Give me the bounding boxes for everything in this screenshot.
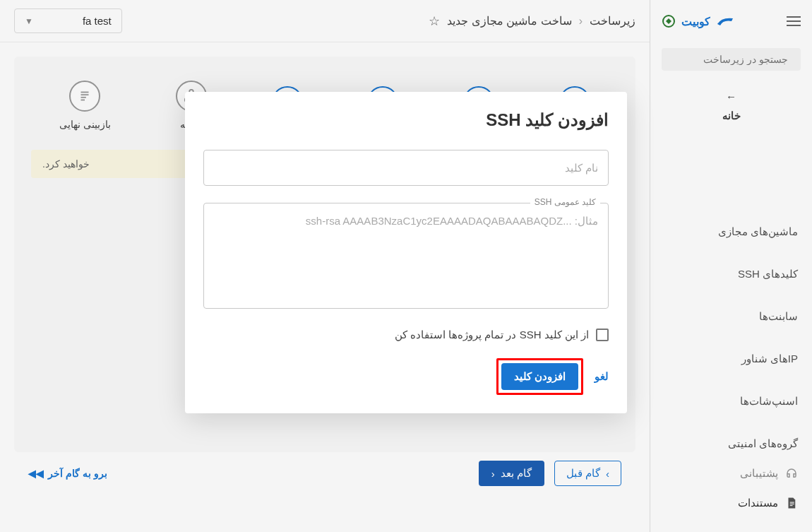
- reuse-label: از این کلید SSH در تمام پروژه‌ها استفاده…: [395, 329, 589, 341]
- public-key-textarea[interactable]: [203, 203, 609, 309]
- add-key-button[interactable]: افزودن کلید: [501, 363, 578, 390]
- key-name-input[interactable]: [203, 150, 609, 186]
- reuse-checkbox[interactable]: [596, 329, 609, 341]
- reuse-checkbox-row[interactable]: از این کلید SSH در تمام پروژه‌ها استفاده…: [203, 329, 609, 341]
- modal-actions: لغو افزودن کلید: [203, 358, 609, 395]
- modal-overlay[interactable]: افزودن کلید SSH کلید عمومی SSH از این کل…: [0, 0, 812, 532]
- public-key-field: کلید عمومی SSH: [203, 203, 609, 312]
- add-ssh-key-modal: افزودن کلید SSH کلید عمومی SSH از این کل…: [185, 92, 627, 413]
- highlight-annotation: افزودن کلید: [496, 358, 583, 395]
- cancel-button[interactable]: لغو: [595, 370, 609, 383]
- public-key-label: کلید عمومی SSH: [530, 197, 600, 207]
- modal-title: افزودن کلید SSH: [203, 110, 609, 130]
- key-name-field: [203, 150, 609, 186]
